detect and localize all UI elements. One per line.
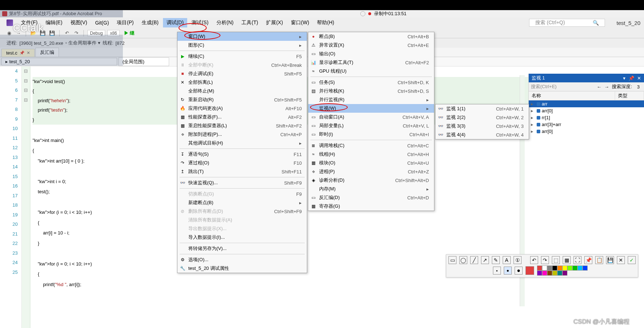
arrow-tool-icon[interactable]: ↗	[481, 256, 489, 264]
thread-combo[interactable]: [872	[116, 40, 125, 46]
crop-tool-icon[interactable]: ⬚	[552, 256, 560, 264]
window-menu-item-1[interactable]: ⚠异常设置(X)Ctrl+Alt+E	[308, 41, 434, 49]
search-box[interactable]: 搜索 (Ctrl+Q) 🔍	[529, 19, 605, 27]
debug-menu-item-24[interactable]: 清除所有数据提示(A)	[177, 216, 307, 224]
ellipse-tool-icon[interactable]: ◯	[459, 256, 467, 264]
watch-row-4[interactable]: ▸arr[0]	[529, 128, 644, 135]
debug-menu-item-9[interactable]: 🔥应用代码更改(A)Alt+F10	[177, 104, 307, 113]
confirm-tool-icon[interactable]: ✓	[628, 256, 636, 264]
menu-project[interactable]: 项目(P)	[113, 18, 137, 27]
debug-menu-item-26[interactable]: 导入数据提示(I)...	[177, 233, 307, 242]
debug-menu-item-1[interactable]: 图形(C)▸	[177, 41, 307, 49]
menu-help[interactable]: 帮助(H)	[313, 18, 338, 27]
menu-window[interactable]: 窗口(W)	[287, 18, 313, 27]
window-menu-item-8[interactable]: 并行监视(R)▸	[308, 95, 434, 104]
window-menu-item-0[interactable]: ●断点(B)Ctrl+Alt+B	[308, 32, 434, 41]
window-menu-item-3[interactable]: 📊显示诊断工具(T)Ctrl+Alt+F2	[308, 58, 434, 67]
watch-menu-item-3[interactable]: 👓监视 4(4)Ctrl+Alt+W, 4	[435, 130, 529, 139]
rect-tool-icon[interactable]: ▭	[448, 256, 456, 264]
cancel-tool-icon[interactable]: ✕	[617, 256, 625, 264]
window-menu-item-6[interactable]: ▭任务(S)Ctrl+Shift+D, K	[308, 78, 434, 87]
debug-menu-item-4[interactable]: ⏸全部中断(K)Ctrl+Alt+Break	[177, 61, 307, 69]
redo-icon[interactable]: ↷	[73, 30, 80, 37]
color-swatch[interactable]	[547, 266, 552, 271]
debug-menu-item-15[interactable]: ↧逐语句(S)F11	[177, 150, 307, 159]
col-name[interactable]: 名称	[529, 91, 615, 100]
window-menu-item-9[interactable]: 监视(W)▸	[308, 104, 434, 113]
watch-row-2[interactable]: ▸rr[1]	[529, 114, 644, 121]
debug-menu-item-7[interactable]: 全部终止(M)	[177, 87, 307, 95]
color-swatch[interactable]	[557, 271, 562, 276]
col-type[interactable]: 类型	[615, 91, 644, 100]
nav-next-icon[interactable]: →	[604, 84, 609, 90]
window-menu-item-2[interactable]: ▭输出(O)	[308, 49, 434, 58]
color-swatch[interactable]	[562, 271, 567, 276]
color-swatch[interactable]	[542, 271, 547, 276]
size-s-icon[interactable]: ●	[493, 267, 501, 275]
color-swatch[interactable]	[572, 266, 578, 271]
nav-back-icon[interactable]: ◉	[5, 30, 13, 37]
mosaic-tool-icon[interactable]: ▦	[563, 256, 571, 264]
pin-icon[interactable]: 📌	[20, 51, 25, 55]
expand-icon[interactable]: ▸	[531, 129, 535, 134]
panel-pin-icon[interactable]: 📌	[628, 75, 634, 81]
number-tool-icon[interactable]: ①	[514, 256, 521, 264]
window-menu-item-14[interactable]: ≣调用堆栈(C)Ctrl+Alt+C	[308, 141, 434, 150]
color-swatch[interactable]	[552, 271, 557, 276]
watch-search[interactable]: 搜索(Ctrl+E)	[531, 83, 594, 90]
expand-icon[interactable]: ▸	[531, 115, 535, 120]
color-swatch[interactable]	[537, 266, 542, 271]
debug-menu-item-0[interactable]: 窗口(W)▸	[177, 32, 307, 41]
debug-menu-item-3[interactable]: ▶继续(C)F5	[177, 52, 307, 61]
debug-menu-item-21[interactable]: 切换断点(G)F9	[177, 190, 307, 198]
window-menu-item-17[interactable]: ⎆进程(P)Ctrl+Alt+Z	[308, 167, 434, 176]
color-swatch[interactable]	[583, 266, 588, 271]
fold-gutter[interactable]: ⊟⊟⊟⊟	[22, 66, 30, 328]
color-swatch[interactable]	[567, 266, 572, 271]
scope-project[interactable]: ▸ test_5_20	[1, 58, 117, 65]
watch-row-1[interactable]: ▸arr[0]	[529, 107, 644, 114]
debug-menu-item-8[interactable]: ↻重新启动(R)Ctrl+Shift+F5	[177, 95, 307, 104]
color-swatch[interactable]	[537, 271, 542, 276]
color-swatch[interactable]	[552, 266, 557, 271]
debug-menu-item-6[interactable]: ✕全部拆离(L)	[177, 78, 307, 87]
continue-button[interactable]: ▶ 继	[124, 30, 135, 36]
pen-tool-icon[interactable]: ✎	[492, 256, 500, 264]
watch-menu-item-2[interactable]: 👓监视 3(3)Ctrl+Alt+W, 3	[435, 122, 529, 130]
size-l-icon[interactable]: ●	[515, 267, 523, 275]
debug-menu-item-12[interactable]: ⎆附加到进程(P)...Ctrl+Alt+P	[177, 130, 307, 139]
scope-global[interactable]: (全局范围)	[119, 57, 169, 66]
watch-menu-item-1[interactable]: 👓监视 2(2)Ctrl+Alt+W, 2	[435, 113, 529, 122]
undo-icon[interactable]: ↶	[63, 30, 70, 37]
panel-dropdown-icon[interactable]: ▾	[623, 75, 626, 81]
expand-icon[interactable]: ▸	[531, 108, 535, 113]
debug-menu-item-23[interactable]: ⊘删除所有断点(D)Ctrl+Shift+F9	[177, 207, 307, 216]
menu-view[interactable]: 视图(V)	[67, 18, 91, 27]
color-swatch[interactable]	[542, 266, 547, 271]
close-icon[interactable]: ✕	[27, 51, 30, 55]
depth-combo[interactable]: 3	[635, 84, 642, 90]
platform-combo[interactable]: x86	[107, 30, 119, 36]
expand-tool-icon[interactable]: ⛶	[574, 256, 581, 264]
expand-icon[interactable]: ▸	[531, 101, 535, 107]
copy-tool-icon[interactable]: 📋	[595, 256, 603, 264]
save-all-icon[interactable]: 💾	[48, 30, 56, 37]
window-menu-item-21[interactable]: ▦寄存器(G)	[308, 202, 434, 211]
debug-menu-item-16[interactable]: ↷逐过程(O)F10	[177, 159, 307, 167]
panel-close-icon[interactable]: ✕	[637, 75, 641, 81]
pin-tool-icon[interactable]: 📌	[584, 256, 592, 264]
window-menu-item-12[interactable]: ▭即时(I)Ctrl+Alt+I	[308, 130, 434, 139]
menu-build[interactable]: 生成(B)	[138, 18, 162, 27]
size-m-icon[interactable]: ●	[504, 267, 512, 275]
watch-row-3[interactable]: ▸arr[3]+arr	[529, 121, 644, 128]
window-menu-item-7[interactable]: ▤并行堆栈(K)Ctrl+Shift+D, S	[308, 87, 434, 95]
menu-git[interactable]: Git(G)	[91, 18, 112, 27]
line-tool-icon[interactable]: ╱	[470, 256, 478, 264]
tab-test-c[interactable]: test.c 📌 ✕	[1, 49, 35, 57]
debug-menu-item-28[interactable]: 将转储另存为(V)...	[177, 244, 307, 253]
color-swatch[interactable]	[547, 271, 552, 276]
redo-tool-icon[interactable]: ↷	[541, 256, 549, 264]
menu-analyze[interactable]: 分析(N)	[213, 18, 237, 27]
window-menu-item-4[interactable]: ≈GPU 线程(U)	[308, 67, 434, 75]
tab-disasm[interactable]: 反汇编	[35, 48, 59, 57]
